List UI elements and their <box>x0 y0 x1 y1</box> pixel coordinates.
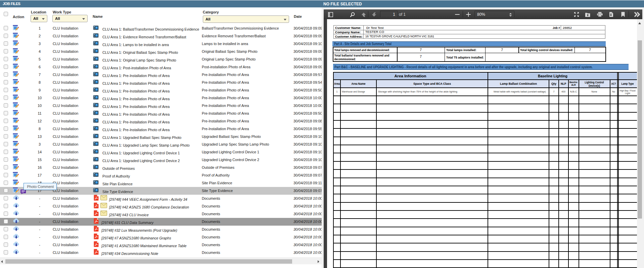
svg-text:7: 7 <box>589 48 591 52</box>
svg-text:Total lamps installed:: Total lamps installed: <box>446 48 476 52</box>
svg-text:Metal halide with magnetic bal: Metal halide with magnetic ballast (cons… <box>494 90 546 93</box>
svg-text:Job #: Job # <box>553 26 560 30</box>
svg-text:7: 7 <box>420 55 422 59</box>
svg-text:Lamp Ballast Combination: Lamp Ballast Combination <box>500 82 537 85</box>
svg-text:Baseline: Baseline <box>569 81 578 83</box>
svg-text:400: 400 <box>561 90 565 93</box>
svg-text:None: None <box>591 90 597 93</box>
svg-text:Total lighting control devices: Total lighting control devices installed… <box>520 48 573 52</box>
svg-text:Qty: Qty <box>551 82 556 85</box>
svg-text:ALR: ALR <box>571 84 576 86</box>
svg-text:No: No <box>612 90 615 93</box>
svg-text:Light: Light <box>625 92 630 95</box>
svg-text:NJ6-C: NJ6-C <box>570 90 577 93</box>
svg-text:Part B&C - BASELINE and UPGRAD: Part B&C - BASELINE and UPGRADE LIGHTING… <box>334 65 593 69</box>
svg-text:28852: 28852 <box>563 26 572 30</box>
svg-text:Space Type and BCA Class: Space Type and BCA Class <box>413 82 451 85</box>
svg-text:AC?: AC? <box>611 82 616 85</box>
svg-text:Dr Test Test: Dr Test Test <box>366 26 384 30</box>
svg-text:TESTER CO: TESTER CO <box>365 30 384 34</box>
svg-text:NLP: NLP <box>561 82 566 85</box>
svg-text:Total lamps removed and decomm: Total lamps removed and decommissioned: <box>334 48 389 52</box>
svg-text:Warehouse and Storage: Warehouse and Storage <box>342 90 365 93</box>
svg-text:7: 7 <box>553 90 555 93</box>
svg-text:Customer Address:: Customer Address: <box>335 34 363 38</box>
svg-text:Lamp Type: Lamp Type <box>622 82 634 85</box>
svg-text:Storage with shelving higher t: Storage with shelving higher than 75% of… <box>378 90 457 93</box>
svg-text:16 TESTAR GROVE CAULFIELD NOR: 16 TESTAR GROVE CAULFIELD NORTH VIC 3161 <box>365 34 434 38</box>
svg-text:Lighting Control: Lighting Control <box>585 81 604 84</box>
svg-text:Company Name:: Company Name: <box>335 30 361 34</box>
svg-text:Total ballasts/ transformers r: Total ballasts/ transformers removed and <box>334 54 389 57</box>
svg-text:decommissioned:: decommissioned: <box>334 58 356 61</box>
svg-text:Area: Area <box>334 82 340 85</box>
svg-text:Customer Name:: Customer Name: <box>335 26 361 30</box>
svg-text:Area Name: Area Name <box>352 82 366 85</box>
svg-text:Total T5 adaptors installed:: Total T5 adaptors installed: <box>446 56 484 59</box>
svg-text:1: 1 <box>336 90 338 93</box>
svg-text:7: 7 <box>420 48 422 52</box>
svg-text:Part A - Site Details and Job: Part A - Site Details and Job Summary To… <box>334 42 392 46</box>
svg-text:Area Information: Area Information <box>395 74 426 78</box>
svg-text:7: 7 <box>501 48 503 52</box>
svg-text:Device(s): Device(s) <box>589 84 600 87</box>
svg-text:Baseline Lighting: Baseline Lighting <box>538 74 567 78</box>
